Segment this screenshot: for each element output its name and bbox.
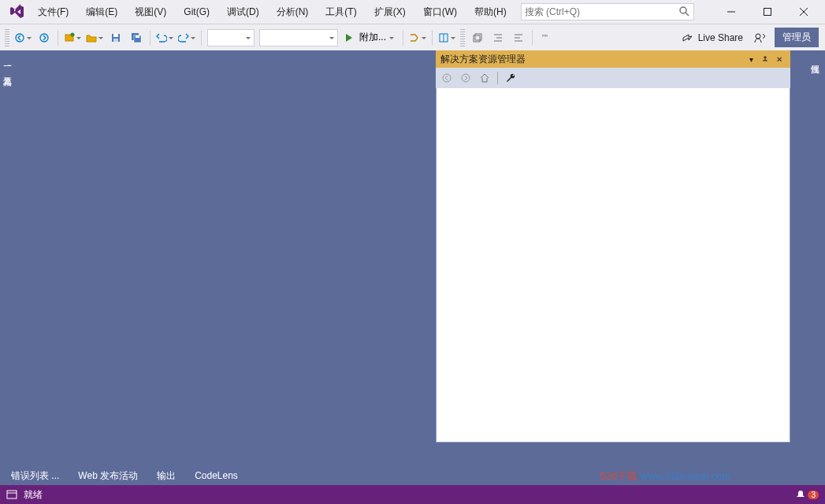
tab-web-publish[interactable]: Web 发布活动 [73,466,143,486]
menu-edit[interactable]: 编辑(E) [80,2,124,22]
comment-button[interactable]: "" [537,28,556,47]
solution-explorer-panel: 解决方案资源管理器 ▾ ✕ [436,50,790,443]
svg-rect-18 [474,35,480,42]
attach-label: 附加... [359,31,386,44]
feedback-button[interactable] [751,28,770,47]
menu-tools[interactable]: 工具(T) [319,2,362,22]
svg-rect-12 [113,39,118,42]
search-input[interactable] [525,6,678,17]
menu-debug[interactable]: 调试(D) [221,2,266,22]
menu-extensions[interactable]: 扩展(X) [368,2,412,22]
solution-explorer-body[interactable] [436,88,790,443]
svg-rect-15 [136,35,139,38]
status-text: 就绪 [24,488,43,502]
tab-codelens[interactable]: CodeLens [190,467,243,484]
redo-button[interactable] [177,28,197,47]
search-box[interactable] [521,3,694,20]
svg-point-7 [40,34,48,42]
admin-button[interactable]: 管理员 [775,28,819,47]
tab-error-list[interactable]: 错误列表 ... [6,466,64,486]
menu-git[interactable]: Git(G) [177,3,216,20]
svg-point-28 [443,74,451,82]
menubar: 文件(F) 编辑(E) 视图(V) Git(G) 调试(D) 分析(N) 工具(… [0,0,825,24]
undo-button[interactable] [154,28,175,47]
menu-view[interactable]: 视图(V) [128,2,173,22]
menu-window[interactable]: 窗口(W) [417,2,463,22]
tab-output[interactable]: 输出 [152,466,180,486]
maximize-button[interactable] [749,0,786,24]
search-icon[interactable] [678,6,690,18]
indent-button[interactable] [489,28,507,47]
svg-point-29 [462,74,470,82]
close-button[interactable] [786,0,822,24]
share-icon [681,32,693,44]
svg-rect-30 [7,491,17,498]
solution-explorer-toolbar [436,68,790,88]
vs-logo-icon [8,2,27,21]
panel-close-icon[interactable]: ✕ [773,53,786,65]
bell-icon [795,489,806,500]
tab-toolbox[interactable]: 工具箱 [0,66,17,76]
toolbar: 附加... "" Live Share 管理员 [0,24,825,50]
watermark: 520下载 www.520xiazai.com [600,469,730,484]
wrench-icon[interactable] [503,70,518,86]
platform-combo[interactable] [259,29,338,46]
config-combo[interactable] [207,29,255,46]
right-sidebar: 属性 [808,50,825,466]
svg-line-1 [686,13,689,16]
menu-file[interactable]: 文件(F) [32,2,75,22]
home-icon[interactable] [477,70,492,86]
start-debug-button[interactable]: 附加... [341,28,399,47]
toolbar-grip[interactable] [5,29,9,46]
workarea: 服务器资源管理器 工具箱 解决方案资源管理器 ▾ ✕ 属性 [0,50,825,466]
panel-title-text: 解决方案资源管理器 [440,53,526,66]
nav-forward-button[interactable] [35,28,54,47]
svg-text:"": "" [542,34,548,43]
save-button[interactable] [106,28,125,47]
svg-rect-19 [475,34,481,40]
step-button[interactable] [407,28,428,47]
statusbar: 就绪 3 [0,485,825,504]
window-controls [713,0,822,24]
minimize-button[interactable] [713,0,749,24]
open-file-button[interactable] [84,28,105,47]
liveshare-button[interactable]: Live Share [674,32,749,44]
svg-point-0 [680,7,686,13]
outdent-button[interactable] [509,28,528,47]
notification-count: 3 [808,491,819,499]
panel-dropdown-icon[interactable]: ▾ [745,53,757,65]
layout-button[interactable] [437,28,457,47]
window-icon [6,490,17,499]
left-sidebar: 服务器资源管理器 工具箱 [0,50,17,466]
liveshare-label: Live Share [698,32,743,43]
play-icon [346,34,356,42]
svg-point-27 [756,34,760,39]
save-all-button[interactable] [127,28,146,47]
tab-properties[interactable]: 属性 [808,54,825,63]
pin-icon[interactable] [759,53,771,65]
svg-rect-11 [113,34,118,37]
svg-rect-3 [764,9,771,16]
svg-point-6 [16,34,24,42]
notification-button[interactable]: 3 [795,489,819,500]
copy-button[interactable] [468,28,487,47]
toolbar-grip-2[interactable] [460,29,465,46]
tab-server-explorer[interactable]: 服务器资源管理器 [0,54,17,63]
new-project-button[interactable] [62,28,83,47]
panel-forward-icon[interactable] [458,70,474,86]
editor-area: 解决方案资源管理器 ▾ ✕ [17,50,808,466]
panel-back-icon[interactable] [439,70,455,86]
svg-point-9 [71,32,75,36]
solution-explorer-title[interactable]: 解决方案资源管理器 ▾ ✕ [436,50,790,68]
menu-help[interactable]: 帮助(H) [468,2,513,22]
nav-back-button[interactable] [13,28,33,47]
menu-analyze[interactable]: 分析(N) [270,2,315,22]
